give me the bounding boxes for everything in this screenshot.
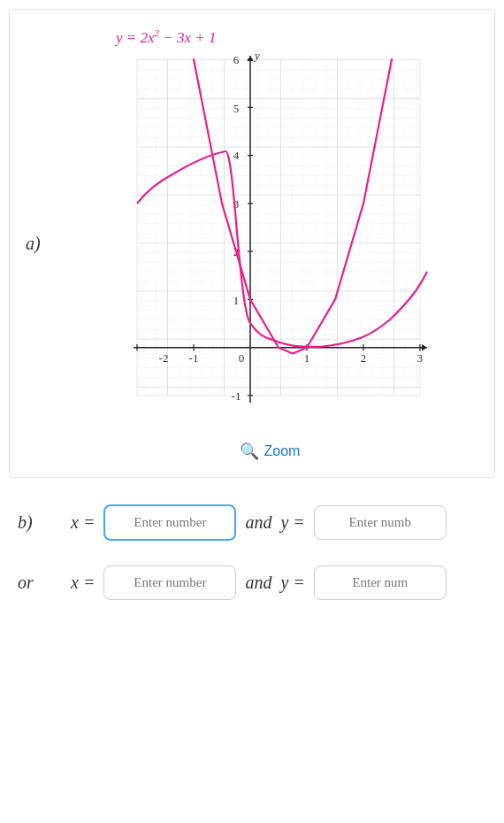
svg-marker-6 bbox=[248, 56, 254, 61]
part-a-label: a) bbox=[26, 233, 41, 253]
part-b-y-input[interactable] bbox=[314, 505, 447, 540]
svg-text:1: 1 bbox=[233, 294, 240, 307]
answers-section: b) x = and y = or x = and y = bbox=[0, 487, 504, 642]
equation-text: y = 2x2 − 3x + 1 bbox=[116, 29, 217, 46]
answer-row-b: b) x = and y = bbox=[18, 504, 486, 541]
part-or-y-label: y = bbox=[280, 573, 304, 593]
svg-text:5: 5 bbox=[233, 102, 240, 115]
svg-marker-4 bbox=[422, 344, 427, 350]
part-or-and-y: and y = bbox=[245, 573, 304, 593]
graph-section: a) y = 2x2 − 3x + 1 bbox=[9, 9, 495, 478]
svg-text:6: 6 bbox=[233, 53, 240, 66]
svg-text:1: 1 bbox=[304, 351, 310, 365]
svg-text:-1: -1 bbox=[189, 351, 199, 365]
part-b-x-label: x = bbox=[71, 512, 95, 533]
part-b-and-label: and bbox=[245, 512, 271, 533]
graph-area: -2 -1 0 1 2 3 x 6 5 4 3 bbox=[111, 50, 429, 431]
part-or-and-label: and bbox=[245, 573, 271, 593]
part-or-label: or bbox=[18, 573, 62, 593]
part-or-y-input[interactable] bbox=[314, 565, 447, 600]
svg-text:-2: -2 bbox=[159, 351, 169, 365]
part-or-x-label: x = bbox=[71, 573, 95, 593]
svg-text:-1: -1 bbox=[232, 389, 241, 403]
zoom-icon: 🔍 bbox=[240, 442, 259, 461]
svg-text:4: 4 bbox=[233, 149, 240, 162]
graph-svg: -2 -1 0 1 2 3 x 6 5 4 3 bbox=[111, 50, 429, 431]
zoom-label: Zoom bbox=[264, 443, 301, 459]
part-b-y-label: y = bbox=[280, 512, 304, 533]
part-b-label: b) bbox=[18, 512, 62, 533]
svg-text:2: 2 bbox=[361, 351, 367, 365]
part-b-x-input[interactable] bbox=[103, 504, 236, 541]
svg-rect-2 bbox=[137, 59, 420, 396]
svg-text:y: y bbox=[253, 50, 260, 62]
zoom-button[interactable]: 🔍 Zoom bbox=[240, 442, 301, 461]
part-or-x-input[interactable] bbox=[103, 565, 236, 600]
graph-container: y = 2x2 − 3x + 1 bbox=[63, 27, 477, 461]
part-b-and-y: and y = bbox=[245, 512, 304, 533]
page: a) y = 2x2 − 3x + 1 bbox=[0, 0, 504, 823]
svg-text:3: 3 bbox=[417, 351, 424, 365]
svg-text:0: 0 bbox=[239, 351, 245, 365]
equation-label: y = 2x2 − 3x + 1 bbox=[116, 27, 477, 47]
answer-row-or: or x = and y = bbox=[18, 565, 486, 600]
